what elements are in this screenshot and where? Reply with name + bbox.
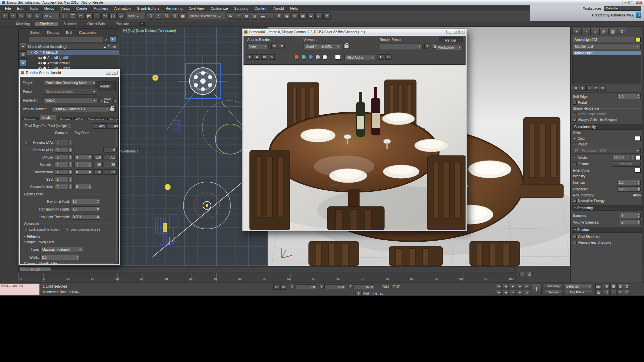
play-icon[interactable]: ▶ [510,284,516,289]
rfw-minimize-button[interactable]: — [446,30,452,34]
maximize-viewport-icon[interactable]: ◱ [624,290,630,295]
scene-explorer-menu-item[interactable]: Customize [76,31,99,35]
zoom-region-icon[interactable]: ⊠ [624,284,630,289]
create-tab-icon[interactable]: + [572,28,581,35]
clear-image-icon[interactable]: ✕ [269,54,275,60]
scene-explorer-menu-item[interactable]: Edit [63,31,75,35]
modifier-stack-item[interactable]: Arnold Light [573,51,641,55]
soft-edge-spinner[interactable]: 1.0 [617,94,641,99]
toggle-layer-explorer-icon[interactable]: ▥ [251,12,258,20]
normalize-energy-checkbox[interactable] [573,199,577,203]
maxscript-mini-listener[interactable]: MAXScript Mi [0,284,40,295]
exposure-spinner[interactable]: 12.0 [617,186,641,192]
texture-map-button[interactable]: No Map [612,162,641,167]
visibility-eye-icon[interactable] [38,62,42,64]
render-setup-titlebar[interactable]: Render Setup: Arnold ❐ ✕ [19,69,120,76]
menu-item[interactable]: File [2,6,14,10]
blue-channel-icon[interactable] [308,55,313,60]
selected-set-dropdown[interactable]: Selected [564,284,592,289]
scene-explorer-row[interactable]: ArnoldLight001 [19,55,119,60]
key-mode-icon[interactable]: ◆ [496,290,502,295]
object-name-field[interactable]: ArnoldLight003 [573,37,634,42]
sss-samples-spinner[interactable]: 2 [55,177,72,182]
show-end-result-icon[interactable]: ▮ [580,85,586,91]
curve-editor-icon[interactable]: ~ [267,12,274,20]
green-channel-icon[interactable] [301,55,306,60]
ray-limit-spinner[interactable]: 10 [71,199,100,204]
specular-samples-spinner[interactable]: 2 [55,162,72,167]
previous-frame-icon[interactable]: ◀ [503,284,509,289]
scene-explorer-row[interactable]: ArnoldLight002 [19,60,119,66]
go-to-start-icon[interactable]: |◀ [496,284,502,289]
kelvin-spinner[interactable]: 6500.0 [612,155,634,160]
specular-depth-spinner[interactable]: 1 [74,162,92,167]
add-time-tag[interactable]: Add Time Tag [363,292,383,295]
configure-modifier-sets-icon[interactable]: ⚙ [600,85,606,91]
viewport-label-top[interactable]: [+] [Top] [User Defined] [Wireframe] [123,29,176,33]
kelvin-radio[interactable] [573,156,576,159]
rfw-render-button[interactable]: Render [439,37,463,43]
adaptive-degradation-icon[interactable]: ▦ [595,290,601,295]
rfw-titlebar[interactable]: Camera001, frame 0, Display Gamma: 2.2, … [243,29,467,35]
key-filters-button[interactable]: Key Filters... [564,290,592,295]
edit-named-selections-icon[interactable]: ▦ [179,12,186,20]
menu-item[interactable]: Civil View [185,6,207,10]
snap-toggle-3d-icon[interactable]: 3 [147,12,154,20]
shadow-rollout[interactable]: Shadow [572,227,642,233]
workspaces-dropdown[interactable]: Default [604,6,641,11]
preset-radio[interactable] [573,143,576,146]
target-dropdown[interactable]: Production Rendering Mode [44,80,97,86]
visibility-eye-icon[interactable] [38,57,42,59]
keyboard-shortcut-override-icon[interactable]: ⌨ [595,284,601,290]
transmission-depth-spinner[interactable]: 8 [74,169,92,175]
menu-item[interactable]: Customize [208,6,231,10]
render-iterative-icon[interactable]: ◐ [315,12,323,20]
monochrome-channel-icon[interactable] [315,55,320,60]
scene-explorer-row[interactable]: ▼ ≣ 0 (default) [19,50,119,55]
cast-shadows-checkbox[interactable] [573,235,577,239]
intensity-spinner[interactable]: 1.0 [617,180,641,185]
ribbon-tab[interactable]: Object Paint [83,22,110,26]
color-radio[interactable] [573,137,576,140]
select-object-icon[interactable]: ▢ [61,12,68,20]
x-coordinate-field[interactable]: -0.0 [295,284,316,289]
toggle-ribbon-icon[interactable]: ▬ [259,12,266,20]
texture-checkbox[interactable] [573,162,577,166]
time-tag-icon[interactable]: ▤ [527,272,533,277]
view-to-render-dropdown[interactable]: Quad 4 - Camera001 [52,106,110,112]
minimize-window-button[interactable]: — [623,1,629,4]
ribbon-minimize-icon[interactable]: ▾ [139,22,145,26]
close-window-button[interactable]: ✕ [636,1,642,4]
visibility-eye-icon[interactable] [34,51,38,54]
zoom-all-icon[interactable]: ⊞ [610,284,616,289]
diffuse-samples-spinner[interactable]: 6 [55,155,72,160]
zoom-icon[interactable]: ⊕ [604,284,610,289]
clone-window-icon[interactable]: ▣ [254,54,260,60]
save-preset-icon[interactable]: ▼ [424,44,430,49]
render-setup-icon[interactable]: ⚙ [291,12,299,20]
name-column-header[interactable]: Name (Sorted Ascending) [28,45,67,49]
menu-item[interactable]: Tools [26,6,41,10]
restore-window-button[interactable]: ❐ [629,1,635,4]
undo-icon[interactable]: ↶ [1,12,9,20]
selection-filter-dropdown[interactable]: All [42,13,60,19]
object-color-swatch[interactable] [636,37,641,42]
command-panel-scrollbar[interactable] [642,27,643,283]
modifier-list-dropdown[interactable]: Modifier List [573,44,641,49]
low-light-threshold-spinner[interactable]: 0.001 [71,214,100,220]
restore-dialog-button[interactable]: ❐ [106,71,111,75]
redo-icon[interactable]: ↷ [9,12,17,20]
camera-aa-spinner[interactable]: 3 [55,147,72,153]
material-editor-icon[interactable]: ◉ [283,12,290,20]
filter-width-spinner[interactable]: 2.0 [40,255,80,260]
selection-lock-icon[interactable]: ⊡ [273,284,279,290]
select-and-scale-icon[interactable]: ◰ [109,12,117,20]
red-channel-icon[interactable] [294,55,299,60]
volume-depth-spinner[interactable]: 0 [74,184,92,189]
bind-to-space-warp-icon[interactable]: ≈ [34,12,41,20]
menu-item[interactable]: Modifiers [90,6,111,10]
print-image-icon[interactable]: ▤ [261,54,267,60]
time-slider-handle[interactable]: 0 / 100 [19,267,52,272]
menu-item[interactable]: Edit [14,6,26,10]
lock-sampling-checkbox[interactable] [24,228,28,231]
